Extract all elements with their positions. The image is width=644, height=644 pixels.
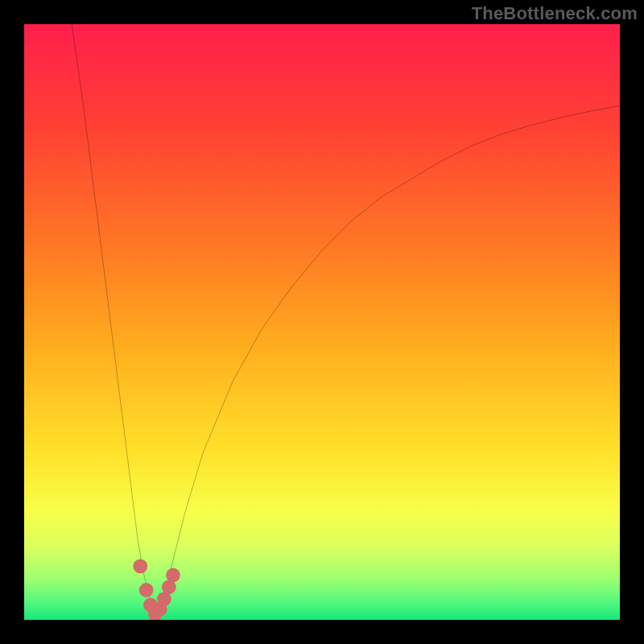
- chart-frame: TheBottleneck.com: [0, 0, 644, 644]
- plot-area: [24, 24, 620, 620]
- bottleneck-curve: [72, 24, 620, 614]
- marker-point: [139, 583, 154, 597]
- marker-point: [133, 559, 147, 574]
- curve-layer: [24, 24, 620, 620]
- marker-point: [166, 568, 180, 583]
- watermark-text: TheBottleneck.com: [472, 3, 638, 24]
- near-optimum-markers: [133, 559, 180, 620]
